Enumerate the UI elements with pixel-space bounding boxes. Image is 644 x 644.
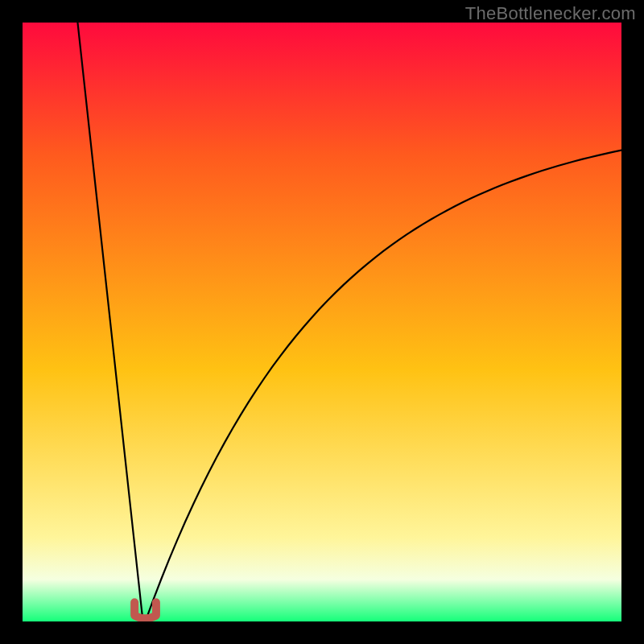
gradient-background: [23, 23, 621, 621]
bottleneck-chart: [23, 23, 621, 621]
attribution-label: TheBottlenecker.com: [465, 3, 636, 24]
chart-frame: TheBottlenecker.com: [0, 0, 644, 644]
